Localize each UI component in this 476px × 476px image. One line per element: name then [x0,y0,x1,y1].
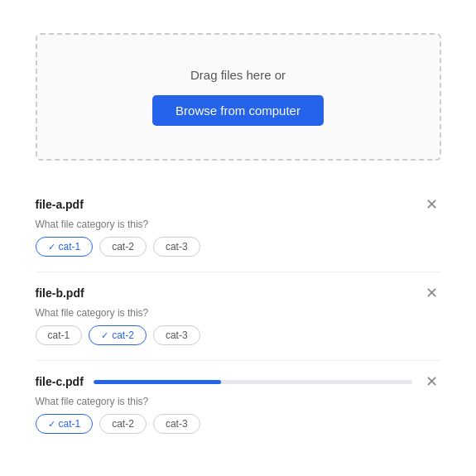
file-name: file-a.pdf [36,198,84,211]
category-label: cat-3 [166,418,188,430]
progress-bar-fill [94,380,221,384]
file-header: file-c.pdf✕ [36,373,441,391]
remove-file-button[interactable]: ✕ [422,195,441,214]
category-chip[interactable]: cat-2 [99,414,147,434]
category-chip[interactable]: cat-1 [36,325,83,345]
remove-file-button[interactable]: ✕ [422,284,441,302]
category-chip[interactable]: cat-3 [153,237,200,257]
browse-button[interactable]: Browse from computer [152,95,324,126]
category-chip[interactable]: cat-3 [153,414,200,434]
check-icon: ✓ [48,419,55,430]
category-question: What file category is this? [36,307,441,319]
category-label: cat-1 [59,241,81,252]
category-chip[interactable]: ✓cat-1 [36,237,94,257]
category-question: What file category is this? [36,396,441,407]
category-chip[interactable]: cat-2 [99,237,147,257]
category-label: cat-3 [166,241,188,252]
list-item: file-c.pdf✕What file category is this?✓c… [36,361,441,449]
file-name: file-b.pdf [36,286,84,300]
file-name: file-c.pdf [36,375,84,388]
category-chip[interactable]: ✓cat-2 [89,325,147,345]
main-container: Drag files here or Browse from computer … [36,33,441,449]
remove-file-button[interactable]: ✕ [422,373,441,391]
category-row: cat-1✓cat-2cat-3 [36,325,441,345]
category-label: cat-1 [48,329,70,341]
category-label: cat-2 [112,329,134,341]
file-header: file-a.pdf✕ [36,195,441,214]
category-label: cat-1 [59,418,81,430]
drag-text: Drag files here or [190,68,286,82]
check-icon: ✓ [101,330,108,341]
category-label: cat-2 [112,241,134,252]
list-item: file-a.pdf✕What file category is this?✓c… [36,184,441,272]
category-chip[interactable]: ✓cat-1 [36,414,94,434]
category-label: cat-3 [166,329,188,341]
file-list: file-a.pdf✕What file category is this?✓c… [36,184,441,449]
category-label: cat-2 [112,418,134,430]
file-header: file-b.pdf✕ [36,284,441,302]
list-item: file-b.pdf✕What file category is this?ca… [36,272,441,361]
category-question: What file category is this? [36,219,441,230]
drop-zone[interactable]: Drag files here or Browse from computer [36,33,441,161]
category-row: ✓cat-1cat-2cat-3 [36,414,441,434]
check-icon: ✓ [48,242,55,252]
category-row: ✓cat-1cat-2cat-3 [36,237,441,257]
progress-bar-container [94,380,412,384]
category-chip[interactable]: cat-3 [153,325,200,345]
